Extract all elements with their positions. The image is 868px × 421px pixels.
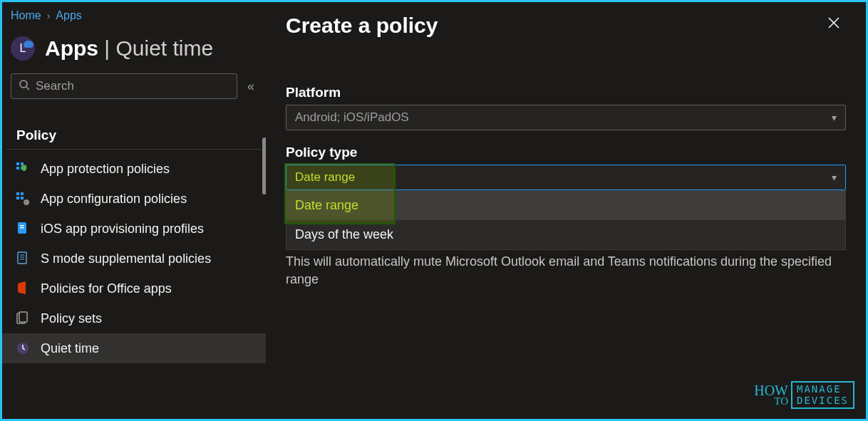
dropdown-option-days-of-week[interactable]: Days of the week: [286, 220, 845, 249]
page-title: Apps | Quiet time: [45, 36, 213, 61]
policy-doc-icon: [15, 251, 31, 266]
svg-rect-7: [21, 192, 24, 195]
nav-label: App protection policies: [41, 162, 170, 177]
quiet-time-icon: [15, 341, 31, 356]
chevron-down-icon: ▾: [832, 172, 837, 183]
svg-rect-9: [21, 197, 24, 199]
policy-type-label: Policy type: [286, 145, 846, 160]
svg-rect-2: [16, 162, 19, 165]
watermark: HOW TO MANAGE DEVICES: [754, 381, 854, 409]
breadcrumb: Home › Apps: [2, 8, 266, 26]
platform-value: Android; iOS/iPadOS: [295, 110, 409, 125]
nav-list: App protection policies App configuratio…: [2, 150, 266, 368]
svg-rect-19: [19, 312, 27, 322]
nav-ios-provisioning[interactable]: iOS app provisioning profiles: [2, 214, 266, 244]
svg-rect-4: [16, 167, 19, 170]
nav-label: S mode supplemental policies: [41, 251, 211, 266]
policy-type-select[interactable]: Date range ▾: [286, 165, 846, 190]
avatar: L: [11, 36, 35, 61]
nav-label: App configuration policies: [41, 192, 187, 207]
breadcrumb-home[interactable]: Home: [11, 9, 41, 22]
collapse-sidebar-icon[interactable]: «: [244, 79, 257, 94]
svg-rect-13: [20, 227, 24, 229]
svg-rect-3: [21, 162, 24, 165]
chevron-right-icon: ›: [47, 10, 51, 21]
close-button[interactable]: [822, 14, 846, 36]
nav-app-configuration[interactable]: App configuration policies: [2, 184, 266, 214]
nav-label: Policy sets: [41, 311, 102, 326]
svg-rect-12: [20, 225, 24, 227]
pane-title: Create a policy: [286, 14, 438, 38]
breadcrumb-apps[interactable]: Apps: [56, 9, 81, 22]
shield-grid-icon: [15, 161, 31, 177]
platform-select[interactable]: Android; iOS/iPadOS ▾: [286, 105, 846, 130]
office-icon: [15, 281, 31, 296]
sidebar: Home › Apps L Apps | Quiet time « Policy: [2, 2, 266, 419]
policy-description: This will automatically mute Microsoft O…: [286, 253, 846, 289]
page-title-row: L Apps | Quiet time: [2, 26, 266, 73]
nav-policy-sets[interactable]: Policy sets: [2, 303, 266, 333]
dropdown-option-date-range[interactable]: Date range: [286, 191, 845, 220]
policy-sets-icon: [15, 311, 31, 326]
nav-app-protection[interactable]: App protection policies: [2, 154, 266, 184]
search-box[interactable]: [11, 73, 237, 99]
gear-grid-icon: [15, 191, 31, 207]
svg-rect-8: [16, 197, 19, 199]
nav-label: Policies for Office apps: [41, 281, 172, 296]
svg-rect-6: [16, 192, 19, 195]
platform-label: Platform: [286, 85, 846, 100]
nav-office-policies[interactable]: Policies for Office apps: [2, 274, 266, 303]
section-header-policy: Policy: [6, 106, 262, 150]
svg-line-1: [26, 87, 29, 90]
avatar-letter: L: [20, 42, 26, 55]
close-icon: [827, 16, 840, 29]
search-icon: [19, 79, 30, 93]
nav-label: iOS app provisioning profiles: [41, 222, 204, 237]
search-input[interactable]: [36, 79, 229, 93]
document-icon: [15, 221, 31, 237]
svg-rect-14: [18, 252, 26, 264]
chevron-down-icon: ▾: [832, 112, 837, 123]
create-policy-pane: Create a policy Platform Android; iOS/iP…: [266, 2, 866, 419]
policy-type-dropdown: Date range Days of the week: [286, 190, 846, 250]
nav-label: Quiet time: [41, 341, 99, 356]
policy-type-value: Date range: [295, 170, 355, 184]
svg-point-0: [20, 80, 27, 88]
svg-point-10: [24, 199, 29, 205]
nav-quiet-time[interactable]: Quiet time: [2, 333, 266, 363]
nav-s-mode[interactable]: S mode supplemental policies: [2, 244, 266, 274]
